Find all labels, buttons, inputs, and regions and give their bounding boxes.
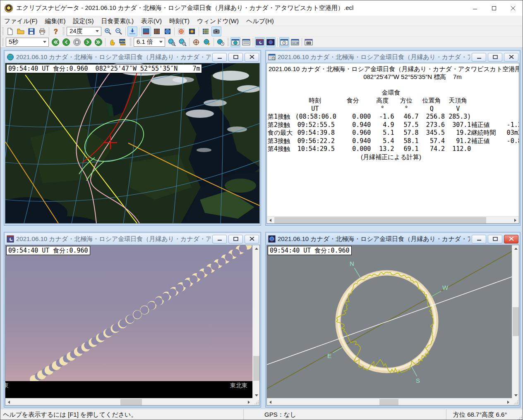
sun-corona-button[interactable] — [187, 26, 197, 36]
annular-ring-view[interactable]: N W E S — [267, 245, 513, 399]
chevron-down-icon[interactable] — [94, 27, 101, 36]
horizon-direction-right: 東北東 — [230, 382, 247, 389]
zoom-out-button[interactable] — [114, 26, 124, 36]
scroll-thumb[interactable] — [379, 399, 398, 405]
print-button[interactable] — [37, 26, 47, 36]
scroll-up-arrow[interactable] — [512, 245, 519, 252]
download-elements-button[interactable] — [127, 26, 137, 36]
menu-settings[interactable]: 設定(S) — [70, 16, 98, 26]
fov-select[interactable]: 24度 — [67, 27, 101, 36]
close-button[interactable] — [504, 0, 523, 16]
map-window-button[interactable] — [230, 37, 240, 47]
globe-view-button[interactable] — [152, 26, 162, 36]
map-zoom-in-button[interactable] — [167, 37, 177, 47]
save-button[interactable] — [26, 26, 36, 36]
open-file-button[interactable] — [16, 26, 26, 36]
map-view[interactable]: 09:54:40 UT 食分:0.960 082°25'47″W 52°55'3… — [5, 63, 260, 224]
scroll-left-arrow[interactable] — [267, 399, 274, 406]
now-button[interactable]: NOW — [118, 37, 128, 47]
menu-view[interactable]: 表示(V) — [137, 16, 166, 26]
sun-view-button[interactable] — [176, 26, 186, 36]
scroll-thumb[interactable] — [253, 356, 259, 381]
sky-maximize-button[interactable] — [228, 235, 243, 243]
limb-maximize-button[interactable] — [488, 235, 502, 243]
alarm-button[interactable] — [107, 37, 117, 47]
center-target-button[interactable] — [191, 37, 201, 47]
camera-window-button[interactable] — [304, 37, 314, 47]
scroll-right-arrow[interactable] — [505, 399, 512, 406]
map-maximize-button[interactable] — [228, 53, 243, 62]
play-button[interactable] — [83, 37, 93, 47]
scroll-thumb[interactable] — [120, 399, 142, 405]
new-file-button[interactable] — [5, 26, 15, 36]
scroll-right-arrow[interactable] — [512, 217, 519, 224]
scroll-thumb[interactable] — [513, 307, 519, 336]
fast-forward-button[interactable] — [94, 37, 103, 47]
map-close-button[interactable] — [245, 53, 259, 62]
chevron-down-icon[interactable] — [41, 38, 48, 46]
menu-time[interactable]: 時刻(T) — [166, 16, 193, 26]
menu-file[interactable]: ファイル(F) — [0, 16, 41, 26]
sky-vertical-scrollbar[interactable] — [252, 245, 259, 399]
data-window[interactable]: 2021.06.10 カナダ・北極海・ロシア金環日食（月縁あり・カナダ・アタワピ… — [265, 50, 521, 226]
sky-window[interactable]: 2021.06.10 カナダ・北極海・ロシア金環日食（月縁あり・カナダ・アタワピ… — [4, 232, 261, 408]
data-maximize-button[interactable] — [488, 53, 502, 62]
data-minimize-button[interactable] — [472, 53, 486, 62]
limb-window[interactable]: 2021.06.10 カナダ・北極海・ロシア金環日食（月縁あり・カナダ・アタワピ… — [265, 232, 521, 408]
sky-window-titlebar[interactable]: 2021.06.10 カナダ・北極海・ロシア金環日食（月縁あり・カナダ・アタワピ… — [5, 233, 260, 245]
toolbar-grip[interactable] — [1, 38, 4, 46]
stop-button[interactable] — [72, 37, 82, 47]
orthographic-view-button[interactable] — [163, 26, 173, 36]
menu-window[interactable]: ウィンドウ(W) — [193, 16, 242, 26]
snapshot-button[interactable] — [211, 26, 221, 36]
menu-help[interactable]: ヘルプ(H) — [242, 16, 278, 26]
limb-vertical-scrollbar[interactable] — [512, 245, 519, 399]
menu-edit[interactable]: 編集(E) — [41, 16, 70, 26]
map-view-button[interactable] — [141, 26, 151, 36]
time-location-button[interactable] — [216, 37, 226, 47]
time-step-select[interactable]: 5秒 — [6, 38, 49, 47]
scroll-left-arrow[interactable] — [267, 217, 274, 224]
fast-rewind-button[interactable] — [50, 37, 60, 47]
data-close-button[interactable] — [504, 53, 518, 62]
chevron-down-icon[interactable] — [157, 38, 165, 46]
scroll-up-arrow[interactable] — [253, 245, 260, 252]
map-canvas[interactable] — [5, 63, 260, 223]
map-window-titlebar[interactable]: 2021.06.10 カナダ・北極海・ロシア金環日食（月縁あり・カナダ・アタワピ… — [5, 51, 260, 63]
toolbar-grip[interactable] — [1, 27, 4, 36]
limb-horizontal-scrollbar[interactable] — [267, 398, 512, 405]
sky-close-button[interactable] — [245, 235, 259, 243]
minimize-button[interactable] — [465, 0, 485, 16]
data-view[interactable]: 2021.06.10 カナダ・北極海・ロシア金環日食（月縁あり・カナダ・アタワピ… — [266, 63, 519, 224]
sky-horizontal-scrollbar[interactable] — [5, 398, 252, 405]
data-window-titlebar[interactable]: 2021.06.10 カナダ・北極海・ロシア金環日食（月縁あり・カナダ・アタワピ… — [266, 51, 519, 63]
map-window[interactable]: 2021.06.10 カナダ・北極海・ロシア金環日食（月縁あり・カナダ・アタワピ… — [4, 50, 261, 226]
eclipse-window-button[interactable] — [266, 37, 276, 47]
data-window-button[interactable] — [241, 37, 251, 47]
scroll-thumb[interactable] — [274, 217, 486, 223]
rewind-button[interactable] — [61, 37, 71, 47]
sky-window-button[interactable] — [255, 37, 265, 47]
limb-view[interactable]: 09:54:40 UT 食分:0.960 N W E S — [266, 245, 519, 406]
pan-location-button[interactable] — [202, 37, 212, 47]
help-button[interactable]: ? — [51, 26, 61, 36]
zoom-in-button[interactable] — [103, 26, 113, 36]
clock-window-button[interactable] — [279, 37, 289, 47]
map-minimize-button[interactable] — [212, 53, 227, 62]
sky-minimize-button[interactable] — [212, 235, 227, 243]
sky-view[interactable]: 09:54:40 UT 食分:0.960 東 東北東 — [5, 245, 260, 406]
scroll-right-arrow[interactable] — [245, 399, 252, 406]
limb-close-button[interactable] — [504, 235, 518, 243]
statusbar-resize-grip[interactable] — [517, 415, 522, 420]
scroll-left-arrow[interactable] — [5, 399, 12, 406]
magnification-select[interactable]: 6.1 倍 — [134, 38, 165, 47]
map-zoom-out-button[interactable] — [178, 37, 187, 47]
data-horizontal-scrollbar[interactable] — [267, 216, 519, 223]
limb-minimize-button[interactable] — [472, 235, 486, 243]
menu-eclipse-elements[interactable]: 日食要素(L) — [98, 16, 137, 26]
maximize-button[interactable] — [485, 0, 504, 16]
limb-window-titlebar[interactable]: 2021.06.10 カナダ・北極海・ロシア金環日食（月縁あり・カナダ・アタワピ… — [266, 233, 519, 245]
digital-clock-window-button[interactable]: 12:34 — [290, 37, 300, 47]
eclipse-sequence[interactable] — [5, 245, 253, 399]
grid-table-button[interactable] — [201, 26, 211, 36]
